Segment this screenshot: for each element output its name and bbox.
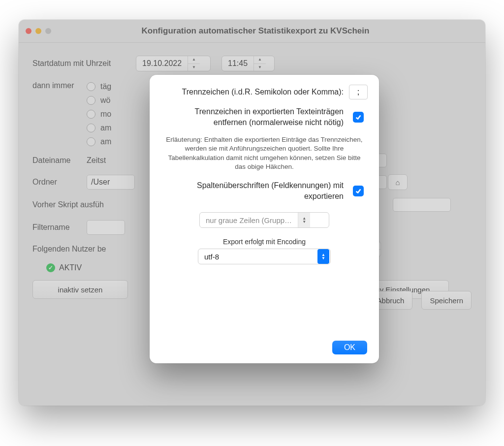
row-filter-dropdown[interactable]: nur graue Zeilen (Grupp… ▲▼: [199, 212, 329, 228]
chevron-down-icon[interactable]: ▼: [188, 64, 200, 71]
prescript-delay-field[interactable]: [393, 198, 451, 212]
close-icon[interactable]: [26, 28, 32, 34]
filename-label: Dateiname: [32, 156, 87, 165]
strip-separator-checkbox[interactable]: [353, 112, 364, 123]
recur-option-4: am: [100, 137, 111, 146]
recur-option-2: mo: [100, 110, 111, 119]
prescript-label: Vorher Skript ausfüh: [32, 200, 104, 209]
row-filter-value: nur graue Zeilen (Grupp…: [200, 216, 298, 224]
recur-option-0: täg: [100, 82, 111, 91]
chevron-up-icon[interactable]: ▲: [254, 56, 266, 64]
notify-label: Folgenden Nutzer be: [32, 245, 106, 254]
radio-monthly[interactable]: [87, 110, 95, 119]
check-icon: ✓: [46, 263, 55, 272]
strip-separator-explanation: Erläuterung: Enthalten die exportierten …: [163, 135, 365, 171]
start-time-field[interactable]: 11:45 ▲▼: [221, 56, 275, 71]
radio-am2[interactable]: [87, 137, 95, 146]
filename-prefix: Zeitst: [87, 156, 106, 165]
save-button[interactable]: Speichern: [421, 291, 472, 310]
active-status: AKTIV: [59, 263, 82, 272]
csv-settings-modal: Trennzeichen (i.d.R. Semikolon oder Komm…: [150, 75, 379, 363]
recur-option-1: wö: [100, 96, 110, 105]
window-title: Konfiguration automatischer Statistikexp…: [58, 26, 478, 36]
start-time-value: 11:45: [222, 56, 253, 71]
deactivate-button[interactable]: inaktiv setzen: [32, 280, 128, 299]
encoding-dropdown[interactable]: utf-8 ▲▼: [198, 249, 331, 264]
traffic-lights: [26, 28, 51, 34]
filtername-field[interactable]: [87, 220, 125, 235]
folder-field[interactable]: /User: [87, 175, 135, 190]
separator-label: Trennzeichen (i.d.R. Semikolon oder Komm…: [161, 87, 344, 97]
folder-label: Ordner: [32, 178, 87, 187]
radio-daily[interactable]: [87, 82, 95, 91]
start-date-field[interactable]: 19.10.2022 ▲▼: [136, 56, 211, 71]
recur-label: dann immer: [32, 81, 87, 90]
chevron-updown-icon: ▲▼: [317, 249, 329, 264]
maximize-icon[interactable]: [45, 28, 51, 34]
finder-icon: ⌂: [395, 178, 400, 187]
strip-separator-label: Trennzeichen in exportierten Texteinträg…: [161, 106, 344, 127]
separator-input[interactable]: [349, 85, 368, 99]
encoding-value: utf-8: [198, 253, 316, 261]
ok-button[interactable]: OK: [332, 341, 367, 354]
radio-am1[interactable]: [87, 124, 95, 132]
export-headers-checkbox[interactable]: [353, 186, 364, 196]
recur-option-3: am: [100, 124, 111, 132]
chevron-up-icon[interactable]: ▲: [188, 56, 200, 64]
chevron-updown-icon: ▲▼: [298, 213, 310, 227]
filtername-label: Filtername: [32, 223, 87, 232]
export-headers-label: Spaltenüberschriften (Feldkennungen) mit…: [161, 180, 344, 201]
encoding-heading: Export erfolgt mit Encoding: [161, 238, 367, 246]
titlebar: Konfiguration automatischer Statistikexp…: [19, 20, 485, 43]
start-date-label: Startdatum mit Uhrzeit: [32, 59, 136, 68]
finder-browse-button[interactable]: ⌂: [388, 174, 408, 190]
radio-weekly[interactable]: [87, 96, 95, 105]
start-date-value: 19.10.2022: [136, 56, 188, 71]
chevron-down-icon[interactable]: ▼: [254, 64, 266, 71]
minimize-icon[interactable]: [35, 28, 41, 34]
folder-value: /User: [91, 178, 110, 187]
